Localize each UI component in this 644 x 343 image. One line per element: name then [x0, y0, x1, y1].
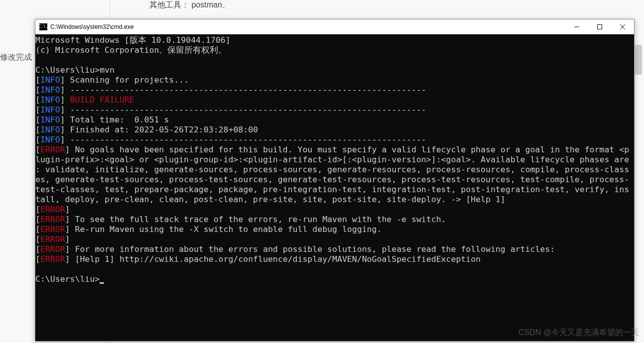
cmd-icon: C:\. [39, 23, 47, 30]
terminal-line [35, 55, 634, 65]
cmd-window: C:\. C:\Windows\system32\cmd.exe Microso… [35, 19, 635, 342]
background-scrollbar[interactable] [635, 45, 642, 75]
error-tag: ERROR [40, 145, 65, 154]
terminal-line: [INFO] Finished at: 2022-05-26T22:03:28+… [35, 125, 634, 135]
terminal-line: (c) Microsoft Corporation。保留所有权利。 [35, 45, 634, 55]
prompt: C:\Users\liu> [35, 65, 100, 75]
terminal-line: [ERROR] [Help 1] http://cwiki.apache.org… [35, 254, 634, 264]
window-titlebar[interactable]: C:\. C:\Windows\system32\cmd.exe [35, 19, 634, 34]
error-tag: ERROR [40, 225, 65, 234]
terminal-line: [INFO] BUILD FAILURE [35, 95, 634, 105]
terminal-line: : validate, initialize, generate-sources… [35, 165, 634, 175]
terminal-line: test-classes, test, prepare-package, pac… [35, 185, 634, 195]
watermark-text: CSDN @今天又是充满希望的一天 [518, 328, 639, 338]
minimize-button[interactable] [565, 19, 588, 34]
log-text: ----------------------------------------… [65, 135, 426, 144]
window-controls [565, 19, 634, 34]
terminal-line: es, generate-test-sources, process-test-… [35, 175, 634, 185]
error-tag: ERROR [40, 254, 65, 264]
terminal-line: [INFO] Scanning for projects... [35, 75, 634, 85]
terminal-line: tall, deploy, pre-clean, clean, post-cle… [35, 195, 634, 205]
terminal-prompt-line: C:\Users\liu>mvn [35, 65, 634, 75]
minimize-icon [574, 24, 579, 29]
info-tag: INFO [40, 85, 60, 95]
close-icon [620, 24, 625, 29]
log-text: Finished at: 2022-05-26T22:03:28+08:00 [65, 125, 258, 134]
terminal-line: [ERROR] [35, 234, 634, 244]
terminal-line: [ERROR] No goals have been specified for… [35, 145, 634, 155]
log-text: Total time: 0.051 s [65, 115, 169, 124]
background-text-modified: 修改完成 [0, 52, 32, 63]
info-tag: INFO [40, 125, 60, 134]
info-tag: INFO [40, 75, 60, 85]
maximize-icon [597, 24, 602, 29]
prompt: C:\Users\liu> [35, 274, 100, 284]
terminal-line: [ERROR] For more information about the e… [35, 244, 634, 254]
close-button[interactable] [611, 19, 634, 34]
svg-rect-1 [598, 24, 602, 29]
terminal-line: [INFO] ---------------------------------… [35, 85, 634, 95]
info-tag: INFO [40, 135, 60, 144]
terminal-output[interactable]: Microsoft Windows [版本 10.0.19044.1706](c… [35, 34, 634, 341]
window-title: C:\Windows\system32\cmd.exe [50, 23, 565, 30]
log-text: Re-run Maven using the -X switch to enab… [70, 225, 382, 234]
log-text: [Help 1] http://cwiki.apache.org/conflue… [70, 254, 481, 264]
background-text-tools: 其他工具： postman、 [149, 0, 230, 10]
error-tag: ERROR [40, 234, 65, 244]
error-tag: ERROR [40, 215, 65, 224]
log-text: ----------------------------------------… [65, 105, 426, 114]
terminal-line: [INFO] ---------------------------------… [35, 105, 634, 115]
log-text: To see the full stack trace of the error… [70, 215, 446, 224]
terminal-line: [INFO] Total time: 0.051 s [35, 115, 634, 125]
info-tag: INFO [40, 115, 60, 124]
terminal-line: [ERROR] To see the full stack trace of t… [35, 215, 634, 225]
build-failure-text: BUILD FAILURE [65, 95, 134, 105]
error-tag: ERROR [40, 244, 65, 254]
error-tag: ERROR [40, 205, 65, 214]
terminal-line [35, 264, 634, 274]
log-text: For more information about the errors an… [70, 244, 555, 254]
command: mvn [100, 65, 115, 75]
terminal-prompt-line: C:\Users\liu> [35, 274, 634, 284]
cursor-icon [100, 282, 104, 284]
terminal-line: [ERROR] [35, 205, 634, 215]
terminal-line: [INFO] ---------------------------------… [35, 135, 634, 145]
log-text: ----------------------------------------… [65, 85, 426, 95]
log-text: No goals have been specified for this bu… [70, 145, 630, 154]
terminal-line: Microsoft Windows [版本 10.0.19044.1706] [35, 35, 634, 45]
log-text: Scanning for projects... [65, 75, 189, 85]
terminal-line: lugin-prefix>:<goal> or <plugin-group-id… [35, 155, 634, 165]
maximize-button[interactable] [588, 19, 611, 34]
terminal-line: [ERROR] Re-run Maven using the -X switch… [35, 225, 634, 234]
info-tag: INFO [40, 95, 60, 105]
info-tag: INFO [40, 105, 60, 114]
